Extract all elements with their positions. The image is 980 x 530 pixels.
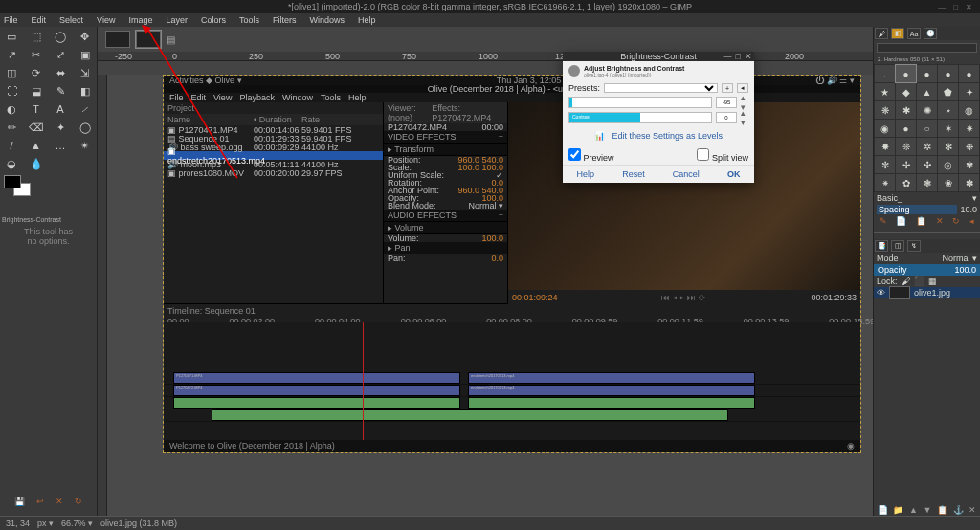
- eye-icon[interactable]: 👁: [877, 288, 885, 298]
- tool-path[interactable]: /: [2, 138, 21, 153]
- tool-bucket[interactable]: ◧: [76, 83, 95, 99]
- contrast-value-input[interactable]: 0: [716, 112, 737, 123]
- menu-filters[interactable]: Filters: [273, 15, 297, 25]
- menu-select[interactable]: Select: [59, 15, 83, 25]
- brush-item[interactable]: ✷: [959, 120, 979, 137]
- canvas[interactable]: Activities ◆ Olive ▾ Thu Jan 3, 12:05 ⏻ …: [107, 75, 873, 516]
- brush-item[interactable]: ✶: [938, 120, 958, 137]
- thumb-list-icon[interactable]: ▤: [167, 34, 175, 45]
- contrast-slider[interactable]: Contrast: [568, 112, 712, 123]
- tool-eraser[interactable]: ⌫: [27, 120, 46, 135]
- brush-filter-input[interactable]: [877, 43, 977, 53]
- brush-item[interactable]: ❊: [896, 138, 916, 155]
- reset-button[interactable]: Reset: [622, 169, 645, 179]
- lock-alpha-icon[interactable]: ▦: [928, 276, 937, 286]
- tab-fonts-icon[interactable]: Aa: [907, 28, 921, 39]
- layer-dup-icon[interactable]: 📋: [937, 505, 947, 515]
- zoom-select[interactable]: 66.7% ▾: [61, 519, 93, 528]
- opacity-slider[interactable]: Opacity100.0: [874, 264, 980, 276]
- brightness-inc[interactable]: ▴: [741, 93, 748, 102]
- tool-zoom[interactable]: ⤢: [51, 47, 70, 62]
- thumb-1[interactable]: [105, 31, 130, 48]
- tool-smudge[interactable]: ✴: [76, 138, 95, 153]
- brush-edit-icon[interactable]: ✎: [880, 216, 887, 226]
- brush-group-basic[interactable]: Basic_▾: [874, 192, 980, 204]
- tool-unified[interactable]: ⛶: [2, 83, 21, 99]
- tool-blur[interactable]: 💧: [27, 156, 46, 171]
- brush-item[interactable]: ●: [938, 65, 958, 82]
- tool-airbrush[interactable]: ✦: [51, 120, 70, 135]
- brush-item[interactable]: ✿: [896, 174, 916, 191]
- layer-up-icon[interactable]: ▲: [909, 505, 918, 515]
- ok-button[interactable]: OK: [727, 169, 741, 179]
- brush-item[interactable]: ✲: [917, 138, 937, 155]
- blend-mode-select[interactable]: Normal ▾: [942, 254, 977, 263]
- layer-item[interactable]: 👁 olive1.jpg: [874, 287, 980, 298]
- tool-ellipse-select[interactable]: ◯: [51, 29, 70, 44]
- dialog-min-icon[interactable]: —: [724, 52, 732, 61]
- delete-icon[interactable]: ✕: [56, 497, 63, 506]
- brush-item[interactable]: ⋆: [938, 101, 958, 119]
- tool-free-select[interactable]: ⬚: [27, 29, 46, 44]
- tool-measure[interactable]: ▣: [76, 47, 95, 62]
- brush-new-icon[interactable]: 📄: [896, 216, 906, 226]
- tool-cage[interactable]: ✎: [51, 83, 70, 99]
- edit-as-levels-link[interactable]: Edit these Settings as Levels: [612, 131, 724, 141]
- brush-refresh-icon[interactable]: ↻: [952, 216, 960, 226]
- tool-paintbrush[interactable]: ⟋: [76, 101, 95, 117]
- dialog-close-icon[interactable]: ✕: [745, 52, 752, 61]
- undo-icon[interactable]: ↩: [36, 497, 44, 506]
- contrast-dec[interactable]: ▾: [741, 118, 748, 127]
- menu-windows[interactable]: Windows: [309, 15, 345, 25]
- reset-icon[interactable]: ↻: [75, 497, 82, 506]
- brush-item[interactable]: ✣: [917, 156, 937, 173]
- menu-file[interactable]: File: [4, 15, 18, 25]
- maximize-icon[interactable]: □: [953, 3, 958, 11]
- menu-view[interactable]: View: [97, 15, 115, 25]
- menu-image[interactable]: Image: [128, 15, 152, 25]
- brush-item[interactable]: ●: [896, 65, 916, 82]
- tool-ink[interactable]: ◯: [76, 120, 95, 135]
- tool-move[interactable]: ↗: [2, 47, 21, 62]
- presets-select[interactable]: [604, 83, 718, 93]
- brush-item[interactable]: ✼: [875, 156, 895, 173]
- dialog-titlebar[interactable]: Brightness-Contrast —□✕: [563, 52, 754, 61]
- dialog-max-icon[interactable]: □: [736, 52, 741, 61]
- tool-gradient[interactable]: ◐: [2, 101, 21, 117]
- tab-patterns-icon[interactable]: ◧: [891, 28, 904, 39]
- menu-help[interactable]: Help: [358, 15, 376, 25]
- tool-clone[interactable]: …: [51, 138, 70, 153]
- menu-edit[interactable]: Edit: [32, 15, 47, 25]
- tool-dodge[interactable]: ◒: [2, 156, 21, 171]
- brush-item[interactable]: ●: [917, 65, 937, 82]
- brush-item[interactable]: ◆: [896, 83, 916, 100]
- brush-item[interactable]: .: [875, 65, 895, 82]
- brush-item[interactable]: ✸: [875, 138, 895, 155]
- lock-pixels-icon[interactable]: 🖌: [902, 276, 910, 286]
- preset-menu-button[interactable]: ◂: [737, 83, 748, 93]
- color-fg-bg[interactable]: [4, 175, 38, 204]
- menu-layer[interactable]: Layer: [166, 15, 188, 25]
- tab-paths-icon[interactable]: ↯: [907, 240, 921, 252]
- thumb-2[interactable]: [136, 31, 161, 48]
- brush-item[interactable]: ✾: [959, 156, 979, 173]
- brush-item[interactable]: ▲: [917, 83, 937, 100]
- brush-item[interactable]: ❃: [917, 174, 937, 191]
- brush-item[interactable]: ●: [896, 120, 916, 137]
- tool-scissors[interactable]: ✂: [27, 47, 46, 62]
- cancel-button[interactable]: Cancel: [673, 169, 700, 179]
- layer-down-icon[interactable]: ▼: [924, 505, 932, 515]
- tool-perspective[interactable]: ⬓: [27, 83, 46, 99]
- tool-fuzzy-select[interactable]: ✥: [76, 29, 95, 44]
- brush-item[interactable]: ✻: [938, 138, 958, 155]
- brush-item[interactable]: ❀: [938, 174, 958, 191]
- tab-history-icon[interactable]: 🕘: [924, 28, 937, 39]
- brush-item[interactable]: ◉: [875, 120, 895, 137]
- tool-heal[interactable]: ▲: [27, 138, 46, 153]
- tool-scale[interactable]: ⇲: [76, 65, 95, 80]
- tool-rotate[interactable]: ⟳: [27, 65, 46, 80]
- layer-del-icon[interactable]: ✕: [969, 505, 976, 515]
- unit-select[interactable]: px ▾: [37, 519, 54, 528]
- help-button[interactable]: Help: [577, 169, 595, 179]
- menu-colors[interactable]: Colors: [201, 15, 226, 25]
